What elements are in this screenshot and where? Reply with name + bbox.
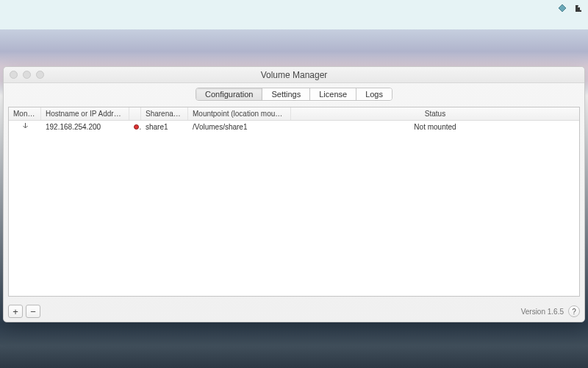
version-label: Version 1.6.5	[521, 308, 564, 316]
titlebar[interactable]: Volume Manager	[4, 67, 584, 83]
col-sharename[interactable]: Sharename	[141, 107, 188, 120]
app-window: Volume Manager Configuration Settings Li…	[3, 66, 585, 322]
status-cell: Not mounted	[291, 121, 579, 133]
host-cell: 192.168.254.200	[41, 121, 129, 133]
tab-configuration[interactable]: Configuration	[196, 88, 262, 100]
col-monitor[interactable]: Monitor	[9, 107, 41, 120]
segmented-control: Configuration Settings License Logs	[196, 88, 392, 101]
tab-logs[interactable]: Logs	[356, 88, 392, 100]
table-row[interactable]: 192.168.254.200 share1 /Volumes/share1 N…	[9, 121, 579, 132]
add-button[interactable]: +	[8, 305, 23, 318]
tab-settings[interactable]: Settings	[262, 88, 310, 100]
table-body[interactable]: 192.168.254.200 share1 /Volumes/share1 N…	[9, 121, 579, 296]
red-dot-icon	[134, 124, 139, 130]
monitor-cell	[9, 121, 41, 133]
svg-marker-0	[559, 4, 566, 12]
download-arrow-icon	[22, 123, 29, 131]
diamond-icon[interactable]	[557, 3, 567, 13]
help-button[interactable]: ?	[568, 305, 580, 317]
puzzle-icon[interactable]	[573, 3, 584, 13]
col-hostname[interactable]: Hostname or IP Address	[41, 107, 129, 120]
col-mountpoint[interactable]: Mountpoint (location mounted)	[188, 107, 291, 120]
volumes-table[interactable]: Monitor Hostname or IP Address Sharename…	[8, 107, 580, 297]
tab-bar: Configuration Settings License Logs	[4, 83, 584, 107]
table-header: Monitor Hostname or IP Address Sharename…	[9, 107, 579, 121]
tab-license[interactable]: License	[310, 88, 356, 100]
desktop-background: Volume Manager Configuration Settings Li…	[0, 0, 588, 368]
share-status-cell	[129, 121, 141, 133]
mountpoint-cell: /Volumes/share1	[188, 121, 291, 133]
remove-button[interactable]: −	[26, 305, 40, 318]
sharename-cell: share1	[141, 121, 188, 133]
menubar-extras	[557, 3, 584, 13]
col-status[interactable]: Status	[291, 107, 579, 120]
footer-toolbar: + − Version 1.6.5 ?	[4, 301, 584, 322]
window-title: Volume Manager	[4, 70, 584, 80]
content-area: Monitor Hostname or IP Address Sharename…	[4, 107, 584, 301]
col-share-status	[129, 107, 141, 120]
